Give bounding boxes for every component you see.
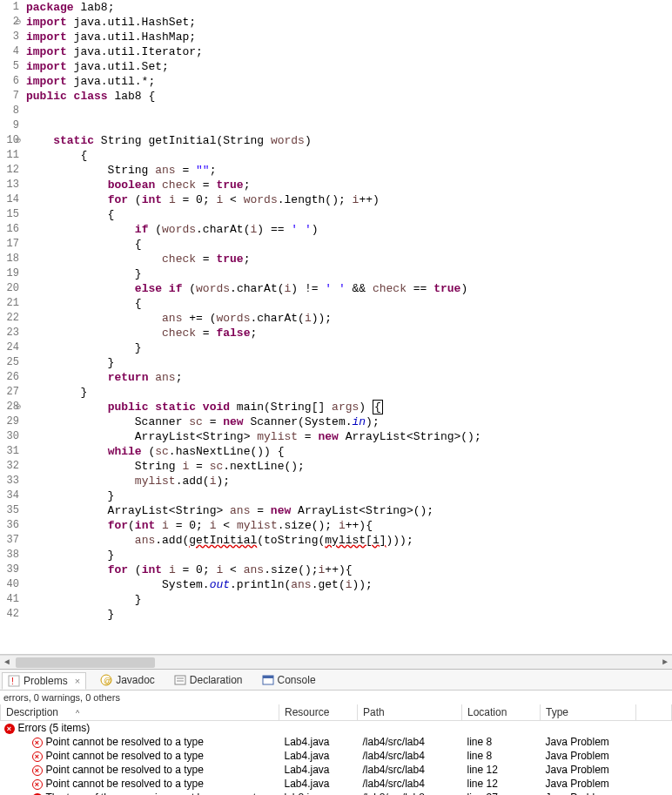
problem-row[interactable]: ×Point cannot be resolved to a typeLab4.… [1,777,672,791]
code-line[interactable]: } [26,488,672,503]
code-line[interactable]: public static void main(String[] args) { [26,400,672,414]
code-line[interactable]: boolean check = true; [26,178,672,192]
problem-location: line 37 [462,791,541,795]
line-number: 33 [0,474,19,488]
problem-type: Java Problem [541,749,636,763]
code-line[interactable]: ans += (words.charAt(i)); [26,311,672,326]
fold-icon[interactable]: ⊖ [16,133,21,148]
line-number: 17 [0,237,19,252]
code-line[interactable]: public class lab8 { [26,89,672,104]
line-number: 1 [0,0,19,15]
problem-type: Java Problem [541,735,636,749]
col-path[interactable]: Path [358,704,462,721]
fold-icon[interactable]: ⊖ [16,400,21,414]
code-editor[interactable]: 12⊖345678910⊖111213141516171819202122232… [0,0,672,655]
code-line[interactable]: } [26,340,672,355]
code-line[interactable]: mylist.add(i); [26,474,672,488]
problem-desc: Point cannot be resolved to a type [46,778,204,790]
code-line[interactable]: { [26,296,672,311]
line-number: 28⊖ [0,400,19,414]
problem-row[interactable]: ×The type of the expression must be an a… [1,791,672,795]
col-resource[interactable]: Resource [279,704,358,721]
code-line[interactable]: String ans = ""; [26,163,672,178]
code-line[interactable]: { [26,148,672,163]
fold-icon[interactable]: ⊖ [16,15,21,30]
line-number: 25 [0,355,19,370]
problems-table[interactable]: Description^ Resource Path Location Type… [0,704,672,795]
problem-type: Java Problem [541,763,636,777]
col-description[interactable]: Description^ [1,704,279,721]
problem-row[interactable]: ×Point cannot be resolved to a typeLab4.… [1,749,672,763]
problem-path: /lab4/src/lab4 [358,735,462,749]
code-line[interactable] [26,104,672,118]
code-line[interactable]: package lab8; [26,0,672,15]
scroll-track[interactable] [14,657,658,669]
line-number: 16 [0,222,19,237]
code-line[interactable]: import java.util.Set; [26,59,672,74]
code-line[interactable]: for (int i = 0; i < words.length(); i++) [26,192,672,207]
code-line[interactable]: Scanner sc = new Scanner(System.in); [26,414,672,429]
col-type[interactable]: Type [541,704,636,721]
code-line[interactable]: check = true; [26,252,672,266]
problem-path: /lab8/src/lab8 [358,791,462,795]
code-line[interactable]: while (sc.hasNextLine()) { [26,444,672,459]
code-line[interactable]: check = false; [26,326,672,340]
line-number: 19 [0,266,19,281]
line-number: 37 [0,533,19,548]
code-line[interactable]: String i = sc.nextLine(); [26,459,672,474]
line-number: 32 [0,459,19,474]
code-line[interactable]: { [26,237,672,252]
line-number: 38 [0,548,19,563]
code-line[interactable]: } [26,355,672,370]
view-tabs: ! Problems × @ Javadoc Declaration Conso… [0,670,672,691]
line-number: 39 [0,563,19,577]
horizontal-scrollbar[interactable]: ◄ ► [0,655,672,669]
scroll-right-icon[interactable]: ► [658,657,672,667]
line-number: 6 [0,74,19,89]
errors-group[interactable]: ×Errors (5 items) [1,721,672,736]
bottom-panel: ! Problems × @ Javadoc Declaration Conso… [0,669,672,795]
code-line[interactable]: import java.util.*; [26,74,672,89]
scroll-left-icon[interactable]: ◄ [0,657,14,667]
line-number: 7 [0,89,19,104]
code-line[interactable]: for(int i = 0; i < mylist.size(); i++){ [26,518,672,533]
problem-location: line 8 [462,749,541,763]
close-icon[interactable]: × [75,676,80,686]
error-icon: × [4,724,15,734]
code-line[interactable]: } [26,266,672,281]
sort-asc-icon: ^ [76,709,79,718]
code-line[interactable]: if (words.charAt(i) == ' ') [26,222,672,237]
problem-row[interactable]: ×Point cannot be resolved to a typeLab4.… [1,763,672,777]
code-line[interactable]: static String getInitial(String words) [26,133,672,148]
code-line[interactable]: } [26,592,672,607]
code-line[interactable]: else if (words.charAt(i) != ' ' && check… [26,281,672,296]
code-line[interactable]: ArrayList<String> mylist = new ArrayList… [26,429,672,444]
code-line[interactable]: { [26,207,672,222]
scroll-thumb[interactable] [16,657,155,668]
tab-problems[interactable]: ! Problems × [2,672,86,690]
problem-row[interactable]: ×Point cannot be resolved to a typeLab4.… [1,735,672,749]
code-line[interactable]: ArrayList<String> ans = new ArrayList<St… [26,503,672,518]
code-line[interactable]: import java.util.HashSet; [26,15,672,30]
code-line[interactable]: import java.util.HashMap; [26,30,672,44]
code-line[interactable]: System.out.println(ans.get(i)); [26,577,672,592]
problem-resource: Lab4.java [279,749,358,763]
col-location[interactable]: Location [462,704,541,721]
line-number: 35 [0,503,19,518]
tab-declaration[interactable]: Declaration [169,672,248,688]
problem-location: line 12 [462,763,541,777]
code-line[interactable]: return ans; [26,370,672,385]
code-line[interactable] [26,118,672,133]
code-line[interactable]: for (int i = 0; i < ans.size();i++){ [26,563,672,577]
code-line[interactable]: ans.add(getInitial(toString(mylist[i])))… [26,533,672,548]
tab-console[interactable]: Console [257,672,321,688]
code-line[interactable]: } [26,607,672,622]
code-line[interactable]: } [26,548,672,563]
problem-resource: Lab4.java [279,763,358,777]
line-number: 22 [0,311,19,326]
tab-javadoc[interactable]: @ Javadoc [95,672,160,688]
code-line[interactable]: import java.util.Iterator; [26,44,672,59]
code-line[interactable]: } [26,385,672,400]
line-number: 21 [0,296,19,311]
code-area[interactable]: package lab8;import java.util.HashSet;im… [23,0,672,654]
